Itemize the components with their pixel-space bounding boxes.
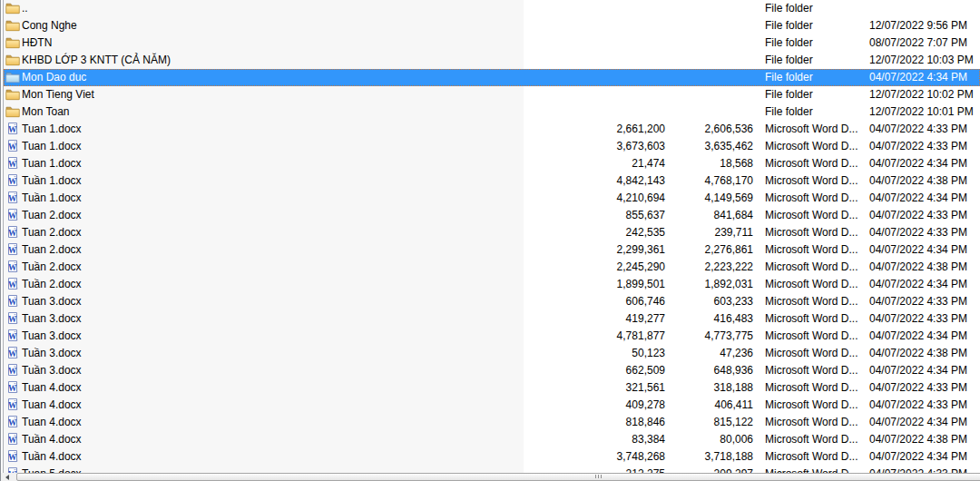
svg-text:W: W	[8, 367, 17, 376]
svg-text:W: W	[8, 125, 17, 134]
file-row-document[interactable]: WTuần 3.docx662,509648,936Microsoft Word…	[4, 362, 980, 379]
file-modified: 04/07/2022 4:34 PM	[864, 69, 980, 86]
file-modified: 12/07/2022 10:02 PM	[864, 86, 980, 103]
word-document-icon: W	[4, 224, 22, 241]
word-document-icon: W	[4, 190, 22, 207]
file-size-2: 4,768,170	[669, 172, 755, 190]
horizontal-scrollbar-thumb[interactable]	[16, 473, 980, 481]
file-row-document[interactable]: WTuần 4.docx83,38480,006Microsoft Word D…	[4, 431, 980, 448]
file-name: Tuan 4.docx	[22, 379, 524, 397]
scroll-left-arrow-icon	[5, 475, 9, 480]
file-type: Microsoft Word D...	[755, 121, 864, 138]
scroll-left-button[interactable]	[1, 473, 15, 481]
word-document-icon: W	[4, 259, 22, 276]
word-document-icon: W	[4, 414, 22, 431]
file-modified: 04/07/2022 4:33 PM	[864, 224, 980, 241]
file-list-rows: ..File folderCong NgheFile folder12/07/2…	[4, 0, 980, 481]
file-row-document[interactable]: WTuần 2.docx2,245,2902,223,222Microsoft …	[4, 259, 980, 276]
file-row-document[interactable]: WTuần 1.docx4,842,1434,768,170Microsoft …	[4, 172, 980, 190]
file-type: Microsoft Word D...	[755, 310, 864, 328]
file-row-document[interactable]: WTuần 4.docx3,748,2683,718,188Microsoft …	[4, 448, 980, 466]
file-row-document[interactable]: WTuan 1.docx2,661,2002,606,536Microsoft …	[4, 121, 980, 138]
file-type: File folder	[755, 103, 864, 121]
file-row-document[interactable]: WTuần 3.docx50,12347,236Microsoft Word D…	[4, 345, 980, 362]
file-row-document[interactable]: WTuần 1.docx4,210,6944,149,569Microsoft …	[4, 190, 980, 207]
file-type: Microsoft Word D...	[755, 414, 864, 431]
file-row-document[interactable]: WTuan 4.docx409,278406,411Microsoft Word…	[4, 397, 980, 414]
file-size-2	[669, 17, 755, 34]
svg-text:W: W	[8, 453, 17, 462]
file-modified: 12/07/2022 9:56 PM	[864, 17, 980, 34]
file-size	[524, 86, 669, 103]
file-name: Tuần 1.docx	[22, 190, 524, 207]
svg-text:W: W	[8, 263, 17, 272]
file-row-folder[interactable]: Mon Tieng VietFile folder12/07/2022 10:0…	[4, 86, 980, 103]
file-name: Tuan 1.docx	[22, 121, 524, 138]
file-row-document[interactable]: WTuan 4.docx321,561318,188Microsoft Word…	[4, 379, 980, 397]
file-row-document[interactable]: WTuan 2.docx242,535239,711Microsoft Word…	[4, 224, 980, 241]
file-modified: 04/07/2022 4:38 PM	[864, 431, 980, 448]
file-name: Tuan 3.docx	[22, 328, 524, 345]
file-name: Mon Tieng Viet	[22, 86, 524, 103]
word-document-icon: W	[4, 397, 22, 414]
svg-text:W: W	[8, 211, 17, 221]
panel-left-border	[0, 0, 1, 481]
file-row-document[interactable]: WTuan 2.docx2,299,3612,276,861Microsoft …	[4, 241, 980, 259]
file-row-folder[interactable]: HĐTNFile folder08/07/2022 7:07 PM	[4, 34, 980, 52]
file-name: Tuan 3.docx	[22, 293, 524, 310]
file-size-2: 18,568	[669, 155, 755, 172]
file-type: Microsoft Word D...	[755, 241, 864, 259]
list-left-edge	[3, 0, 4, 473]
file-size-2	[669, 34, 755, 52]
file-row-folder[interactable]: Mon ToanFile folder12/07/2022 10:01 PM	[4, 103, 980, 121]
word-document-icon: W	[4, 207, 22, 224]
word-document-icon: W	[4, 431, 22, 448]
file-row-document[interactable]: WTuan 3.docx4,781,8774,773,775Microsoft …	[4, 328, 980, 345]
file-row-folder[interactable]: KHBD LỚP 3 KNTT (CẢ NĂM)File folder12/07…	[4, 52, 980, 69]
word-document-icon: W	[4, 293, 22, 310]
file-size: 4,210,694	[524, 190, 669, 207]
word-document-icon: W	[4, 121, 22, 138]
file-size	[524, 34, 669, 52]
file-name: Cong Nghe	[22, 17, 524, 34]
file-row-document[interactable]: WTuan 1.docx3,673,6033,635,462Microsoft …	[4, 138, 980, 155]
word-document-icon: W	[4, 362, 22, 379]
file-row-document[interactable]: WTuần 2.docx1,899,5011,892,031Microsoft …	[4, 276, 980, 293]
file-size-2: 47,236	[669, 345, 755, 362]
file-row-document[interactable]: WTuan 4.docx818,846815,122Microsoft Word…	[4, 414, 980, 431]
file-size-2	[669, 86, 755, 103]
word-document-icon: W	[4, 310, 22, 328]
file-size: 321,561	[524, 379, 669, 397]
file-type: Microsoft Word D...	[755, 293, 864, 310]
file-type: File folder	[755, 52, 864, 69]
file-name: Tuần 4.docx	[22, 431, 524, 448]
file-modified: 04/07/2022 4:34 PM	[864, 190, 980, 207]
file-size-2	[669, 103, 755, 121]
file-size: 419,277	[524, 310, 669, 328]
file-size-2	[669, 52, 755, 69]
file-row-folder[interactable]: Cong NgheFile folder12/07/2022 9:56 PM	[4, 17, 980, 34]
word-document-icon: W	[4, 138, 22, 155]
folder-icon	[4, 103, 22, 121]
file-modified: 04/07/2022 4:34 PM	[864, 155, 980, 172]
file-modified: 04/07/2022 4:33 PM	[864, 293, 980, 310]
svg-text:W: W	[8, 401, 17, 410]
file-name: Tuan 3.docx	[22, 310, 524, 328]
file-row-folder[interactable]: Mon Dao ducFile folder04/07/2022 4:34 PM	[4, 69, 980, 86]
file-row-document[interactable]: WTuan 2.docx855,637841,684Microsoft Word…	[4, 207, 980, 224]
file-size-2	[669, 69, 755, 86]
folder-icon	[4, 17, 22, 34]
file-modified: 04/07/2022 4:34 PM	[864, 362, 980, 379]
file-row-document[interactable]: WTuan 1.docx21,47418,568Microsoft Word D…	[4, 155, 980, 172]
file-name: Mon Toan	[22, 103, 524, 121]
file-modified: 04/07/2022 4:34 PM	[864, 241, 980, 259]
file-row-document[interactable]: WTuan 3.docx606,746603,233Microsoft Word…	[4, 293, 980, 310]
svg-text:W: W	[8, 177, 17, 186]
file-row-folder[interactable]: ..File folder	[4, 0, 980, 17]
file-row-document[interactable]: WTuan 3.docx419,277416,483Microsoft Word…	[4, 310, 980, 328]
file-name: ..	[22, 0, 524, 17]
file-type: Microsoft Word D...	[755, 276, 864, 293]
file-type: Microsoft Word D...	[755, 362, 864, 379]
file-size-2: 2,606,536	[669, 121, 755, 138]
horizontal-scrollbar[interactable]	[1, 473, 980, 481]
